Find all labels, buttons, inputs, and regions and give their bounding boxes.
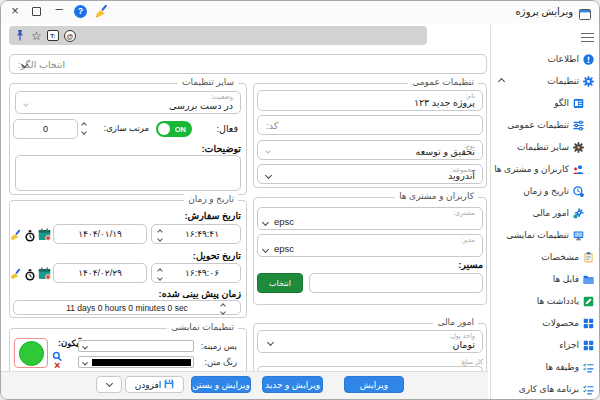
sidebar-item-products[interactable]: محصولات (493, 313, 594, 333)
code-field[interactable]: کد: (257, 115, 483, 135)
icon-label: آیکون: (47, 338, 81, 348)
calendar-icon[interactable] (38, 227, 51, 245)
clock-icon (573, 186, 584, 197)
star-icon[interactable]: ☆ (31, 30, 42, 42)
delivery-time-field[interactable]: ۱۶:۴۹:۰۶ (151, 263, 241, 283)
chevron-down-icon (105, 380, 112, 387)
sidebar-item-date-time[interactable]: تاریخ و زمان (493, 181, 584, 201)
calendar-icon[interactable] (38, 266, 51, 284)
sidebar-item-general-settings[interactable]: تنظیمات عمومی (493, 115, 584, 135)
chevron-down-icon (82, 360, 87, 365)
sort-spinner-arrows[interactable] (81, 123, 89, 134)
background-color-select[interactable] (78, 340, 194, 352)
sidebar-item-users-customers[interactable]: کاربران و مشتری ها (493, 159, 584, 179)
menu-icon[interactable] (581, 33, 594, 42)
sidebar-item-tasks[interactable]: وظیفه ها (493, 357, 594, 377)
chevron-down-icon (265, 172, 272, 179)
at-mention-icon[interactable]: @ (64, 30, 76, 42)
path-label: مسیر: (257, 259, 483, 270)
background-label: پس زمینه: (197, 341, 237, 351)
manager-select[interactable]: مدیر: epsc (257, 234, 483, 257)
maximize-button[interactable] (32, 7, 41, 16)
text-color-swatch (92, 359, 191, 366)
stopwatch-icon[interactable] (24, 228, 36, 246)
stopwatch-icon[interactable] (24, 267, 36, 285)
text-color-label: رنگ متن: (197, 357, 237, 367)
name-field[interactable]: نام: پروژه جدید ۱۲۳ (257, 90, 483, 111)
edit-project-window: ویرایش پروژه × – ? ☆ T: @ اطلاعات تنظیما… (0, 0, 600, 400)
type-select[interactable]: نوع: تحقیق و توسعه (257, 140, 483, 160)
broom-icon[interactable] (9, 228, 22, 246)
monitor-icon (573, 230, 584, 241)
minimize-button[interactable]: – (51, 1, 67, 16)
description-textarea[interactable] (15, 155, 241, 191)
estimated-time-field[interactable]: 11 days 0 hours 0 minutes 0 sec (13, 300, 241, 315)
active-label: فعال: (198, 123, 238, 134)
order-date-label: تاریخ سفارش: (15, 210, 241, 221)
gear-icon (573, 142, 584, 153)
gear-icon (583, 76, 594, 87)
pencil-icon (583, 296, 594, 307)
navigation-sidebar: اطلاعات تنظیمات الگو تنظیمات عمومی سایر … (490, 25, 600, 399)
customer-select[interactable]: مشتری: epsc (257, 207, 483, 230)
delivery-date-label: تاریخ تحویل: (15, 250, 241, 261)
active-toggle[interactable]: ON (156, 121, 192, 137)
titlebar: ویرایش پروژه × – ? (1, 1, 599, 23)
sidebar-item-other-settings[interactable]: سایر تنظیمات (493, 137, 584, 157)
group-select[interactable]: مجموعه: آندروید (257, 164, 483, 184)
template-select[interactable]: انتخاب الگو: (9, 54, 487, 74)
sidebar-item-components[interactable]: اجزاء (493, 335, 594, 355)
remove-icon[interactable]: × (54, 360, 60, 371)
chevron-down-icon (262, 246, 269, 253)
add-dropdown-button[interactable] (96, 376, 122, 393)
estimate-spinner-arrows[interactable] (220, 304, 228, 314)
sidebar-item-specs[interactable]: مشخصات (493, 247, 594, 267)
broom-icon[interactable] (94, 4, 109, 23)
edit-close-button[interactable]: ویرایش و بستن (191, 376, 251, 393)
template-icon (573, 98, 584, 109)
currency-select[interactable]: واحد پول: تومان (257, 330, 483, 353)
order-time-field[interactable]: ۱۶:۴۹:۴۱ (151, 224, 241, 244)
description-label: توضیحات: (15, 143, 241, 154)
sort-field[interactable]: 0 (13, 119, 78, 139)
sidebar-item-template[interactable]: الگو (493, 93, 584, 113)
grid-icon (583, 340, 594, 351)
chevron-down-icon (23, 101, 29, 107)
info-icon (583, 54, 594, 65)
sidebar-item-notes[interactable]: یادداشت ها (493, 291, 594, 311)
chevron-up-icon (498, 78, 505, 85)
checklist-icon (583, 384, 594, 395)
grid-icon (583, 318, 594, 329)
text-template-icon[interactable]: T: (47, 30, 59, 41)
window-icon (579, 6, 591, 24)
order-date-field[interactable]: ۱۴۰۴/۰۱/۱۹ (53, 224, 147, 244)
sidebar-item-files[interactable]: فایل ها (493, 269, 594, 289)
chevron-down-icon (82, 344, 87, 349)
help-button[interactable]: ? (74, 5, 87, 18)
edit-button[interactable]: ویرایش (344, 376, 404, 393)
pin-icon[interactable] (14, 27, 26, 45)
sidebar-item-display-settings[interactable]: تنظیمات نمایشی (493, 225, 584, 245)
folder-icon (583, 274, 594, 285)
status-select[interactable]: وضعیت: در دست بررسی (15, 91, 241, 114)
select-path-button[interactable]: انتخاب (257, 273, 303, 293)
sidebar-item-finance[interactable]: امور مالی (493, 203, 584, 223)
path-field[interactable] (309, 273, 483, 293)
broom-icon[interactable] (9, 267, 22, 285)
text-color-select[interactable] (78, 356, 194, 368)
delivery-date-field[interactable]: ۱۴۰۴/۰۲/۲۹ (53, 263, 147, 283)
sidebar-item-info[interactable]: اطلاعات (493, 49, 594, 69)
chevron-down-icon (267, 339, 274, 346)
toggle-knob (158, 123, 170, 135)
close-button[interactable]: × (7, 3, 23, 18)
estimated-time-label: زمان پیش بینی شده: (15, 288, 241, 299)
chevron-down-icon (262, 219, 269, 226)
checklist-icon (583, 362, 594, 373)
add-button[interactable]: افزودن (125, 376, 184, 393)
sidebar-item-work-schedules[interactable]: برنامه های کاری (493, 379, 594, 399)
sidebar-item-settings[interactable]: تنظیمات (493, 71, 594, 91)
total-amount-label: کل مبلغ: (257, 358, 483, 366)
icon-preview-box[interactable] (14, 338, 48, 368)
project-icon-preview (19, 341, 44, 366)
edit-new-button[interactable]: ویرایش و جدید (262, 376, 323, 393)
